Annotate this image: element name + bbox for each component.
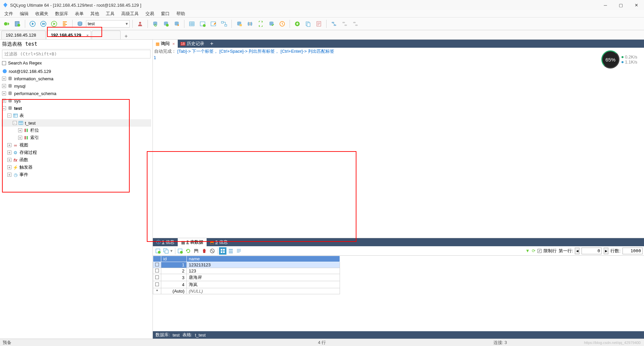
first-row-input[interactable] <box>582 248 602 254</box>
tree-root[interactable]: root@192.168.45.129 <box>1 68 151 75</box>
result-tab-info1[interactable]: ⓘ1 信息 <box>153 238 178 246</box>
tree-events[interactable]: +◷事件 <box>1 171 151 178</box>
refresh-limit-icon[interactable]: ⟳ <box>532 248 535 253</box>
tree-indexes[interactable]: +索引 <box>1 134 151 141</box>
sync-struct-icon[interactable] <box>256 19 265 29</box>
table-row[interactable]: 1123213123 <box>153 262 340 268</box>
result-tab-data[interactable]: ▦2 表数据 <box>178 238 207 246</box>
user-icon[interactable] <box>135 19 145 29</box>
close-query-tab[interactable]: × <box>172 41 175 46</box>
tree-db-perf-schema[interactable]: +performance_schema <box>1 90 151 97</box>
row-checkbox[interactable] <box>155 283 159 286</box>
copy-db-icon[interactable] <box>303 19 313 29</box>
table-icon[interactable] <box>187 19 197 29</box>
query-tab-ask[interactable]: ▦ 询问 × <box>153 40 178 48</box>
execute-all-icon[interactable] <box>39 19 48 29</box>
db-icon[interactable] <box>75 19 85 29</box>
db-create-icon[interactable] <box>161 19 171 29</box>
migration-3-icon[interactable] <box>351 19 360 29</box>
menu-edit[interactable]: 编辑 <box>17 11 31 17</box>
backup-icon[interactable] <box>234 19 244 29</box>
menu-file[interactable]: 文件 <box>2 11 15 17</box>
regex-checkbox[interactable] <box>2 61 6 65</box>
tree-db-sys[interactable]: +sys <box>1 97 151 104</box>
menu-powertools[interactable]: 高级工具 <box>119 11 141 17</box>
schedule-icon[interactable] <box>277 19 287 29</box>
sync-icon[interactable] <box>245 19 255 29</box>
query-tab-history[interactable]: 18 历史记录 <box>178 40 207 48</box>
db-check-icon[interactable] <box>267 19 276 29</box>
menu-window[interactable]: 窗口 <box>159 11 172 17</box>
tree-db-info-schema[interactable]: +information_schema <box>1 75 151 82</box>
maximize-button[interactable]: ▢ <box>613 0 629 10</box>
text-view-icon[interactable] <box>235 247 243 255</box>
col-id[interactable]: id <box>161 256 187 262</box>
table-new-icon[interactable] <box>198 19 207 29</box>
close-tab-icon[interactable]: × <box>86 33 88 37</box>
table-row[interactable]: 3唐海岸 <box>153 274 340 281</box>
dup-row-icon[interactable] <box>162 247 170 255</box>
table-row-new[interactable]: *(Auto)(NULL) <box>153 288 340 294</box>
row-count-input[interactable] <box>622 248 643 254</box>
connection-tab-2[interactable]: 192.168.45.129 × <box>46 31 91 39</box>
menu-fav[interactable]: 收藏夹 <box>33 11 51 17</box>
table-row[interactable]: 4海岚 <box>153 281 340 288</box>
add-query-tab[interactable]: + <box>207 41 217 47</box>
database-dropdown[interactable]: test ▾ <box>86 20 130 28</box>
connection-tab-1[interactable]: 192.168.45.128 <box>1 31 46 39</box>
regex-row[interactable]: Search As Regex <box>0 59 153 67</box>
data-grid[interactable]: id name 1123213123 2123 3唐海岸 4海岚 *(Auto)… <box>153 256 644 331</box>
menu-tools[interactable]: 工具 <box>103 11 117 17</box>
save-icon[interactable] <box>192 247 200 255</box>
report-icon[interactable] <box>314 19 324 29</box>
add-connection-button[interactable]: + <box>121 33 131 39</box>
relations-icon[interactable] <box>219 19 229 29</box>
tree-views[interactable]: +∞视图 <box>1 141 151 149</box>
import-icon[interactable] <box>293 19 302 29</box>
tree-table-t-test[interactable]: −t_test <box>1 119 151 127</box>
new-connection-icon[interactable] <box>2 19 11 29</box>
result-tab-info2[interactable]: ⬒3 信息 <box>207 238 231 246</box>
add-row-icon[interactable] <box>154 247 162 255</box>
new-query-icon[interactable] <box>13 19 22 29</box>
form-view-icon[interactable] <box>227 247 234 255</box>
format-icon[interactable] <box>60 19 70 29</box>
migration-1-icon[interactable] <box>329 19 339 29</box>
close-button[interactable]: ✕ <box>629 0 644 10</box>
execute-edit-icon[interactable] <box>49 19 59 29</box>
row-checkbox[interactable] <box>155 263 159 266</box>
table-row[interactable]: 2123 <box>153 268 340 274</box>
connection-tab-blank[interactable] <box>92 31 121 39</box>
menu-other[interactable]: 其他 <box>88 11 101 17</box>
row-checkbox[interactable] <box>155 275 159 279</box>
menu-database[interactable]: 数据库 <box>53 11 71 17</box>
tree-tables-node[interactable]: −表 <box>1 112 151 119</box>
menu-transaction[interactable]: 交易 <box>143 11 157 17</box>
menu-table[interactable]: 表单 <box>73 11 86 17</box>
col-name[interactable]: name <box>187 256 340 262</box>
sql-editor[interactable]: 自动完成： [Tab]-> 下一个标签， [Ctrl+Space]-> 列出所有… <box>153 48 644 238</box>
cancel-icon[interactable] <box>209 247 216 255</box>
row-checkbox[interactable] <box>155 269 159 272</box>
filter-icon[interactable]: ▼ <box>525 248 530 253</box>
execute-icon[interactable] <box>28 19 37 29</box>
first-row-prev[interactable]: ◀ <box>575 248 579 254</box>
tree-db-mysql[interactable]: +mysql <box>1 82 151 90</box>
tree-procs[interactable]: +⚙存储过程 <box>1 149 151 156</box>
toggle-grid-icon[interactable] <box>176 247 184 255</box>
tree-columns[interactable]: +栏位 <box>1 127 151 134</box>
first-row-next[interactable]: ▶ <box>604 248 608 254</box>
tree-triggers[interactable]: +⚡触发器 <box>1 164 151 171</box>
db-export-icon[interactable] <box>172 19 181 29</box>
refresh-db-icon[interactable] <box>151 19 160 29</box>
tree-funcs[interactable]: +fx函数 <box>1 156 151 164</box>
table-edit-icon[interactable] <box>209 19 218 29</box>
limit-checkbox[interactable]: ✓ <box>538 249 542 253</box>
minimize-button[interactable]: ─ <box>598 0 613 10</box>
grid-view-icon[interactable] <box>219 247 226 255</box>
filter-input[interactable]: 过滤器 (Ctrl+Shift+B) <box>2 50 151 58</box>
menu-help[interactable]: 帮助 <box>174 11 187 17</box>
refresh-result-icon[interactable] <box>184 247 192 255</box>
migration-2-icon[interactable] <box>340 19 349 29</box>
tree-db-test[interactable]: −test <box>1 104 151 112</box>
